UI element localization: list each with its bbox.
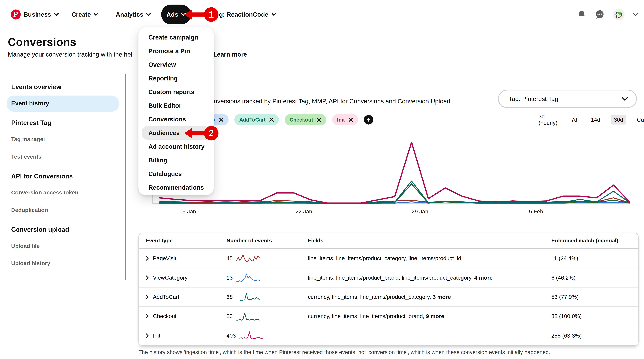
event-count-cell: 403 <box>226 331 308 340</box>
event-count-cell: 13 <box>226 273 308 283</box>
close-icon[interactable] <box>269 118 274 122</box>
ads-menu-item-bulk-editor[interactable]: Bulk Editor <box>142 99 210 112</box>
sidebar-item-tag-manager[interactable]: Tag manager <box>11 136 46 142</box>
notifications-bell-icon[interactable] <box>577 10 586 19</box>
event-chip-label: Checkout <box>290 117 313 123</box>
expand-row-chevron-icon[interactable] <box>146 275 149 280</box>
event-count-cell: 45 <box>226 253 308 263</box>
close-icon[interactable] <box>348 118 353 122</box>
sidebar-item-deduplication[interactable]: Deduplication <box>11 207 48 213</box>
expand-row-chevron-icon[interactable] <box>146 313 149 319</box>
ads-menu-item-recommendations[interactable]: Recommendations <box>142 181 210 194</box>
range-14d[interactable]: 14d <box>588 115 603 125</box>
close-icon[interactable] <box>219 118 224 122</box>
close-icon[interactable] <box>317 118 321 122</box>
pinterest-logo-icon[interactable]: P <box>11 10 21 19</box>
fields-cell: line_items, line_items/product_category,… <box>308 255 551 261</box>
enhanced-match-cell: 33 (100.0%) <box>552 313 638 319</box>
event-count-cell: 68 <box>226 292 308 302</box>
ads-menu-item-ad-account-history[interactable]: Ad account history <box>142 140 210 153</box>
event-type-label: PageVisit <box>153 255 176 261</box>
table-row-addtocart: AddToCart68currency, line_items, line_it… <box>139 287 638 307</box>
ads-menu-item-custom-reports[interactable]: Custom reports <box>142 85 210 99</box>
range-3d-hourly-[interactable]: 3d (hourly) <box>536 112 560 128</box>
fields-text: currency, line_items, line_items/product… <box>308 313 426 319</box>
event-count: 68 <box>226 294 233 300</box>
col-event-type: Event type <box>146 238 226 244</box>
event-sparkline <box>236 253 260 263</box>
nav-item-create[interactable]: Create <box>72 0 98 29</box>
chevron-down-icon <box>54 13 58 16</box>
event-type-cell: Checkout <box>146 313 226 319</box>
sidebar-item-events-overview[interactable]: Events overview <box>11 83 61 91</box>
page-title: Conversions <box>8 36 76 49</box>
chart-line-init <box>159 142 630 203</box>
nav-item-business[interactable]: Business <box>24 0 58 29</box>
x-axis-tick-label: 29 Jan <box>412 208 428 215</box>
enhanced-match-cell: 53 (77.9%) <box>552 294 638 300</box>
table-row-pagevisit: PageVisit45line_items, line_items/produc… <box>139 249 638 268</box>
expand-row-chevron-icon[interactable] <box>146 333 149 338</box>
avatar[interactable]: { } tion <box>613 9 624 20</box>
chevron-down-icon <box>146 13 151 16</box>
sidebar-item-upload-history[interactable]: Upload history <box>11 260 50 266</box>
sidebar-item-test-events[interactable]: Test events <box>11 154 42 160</box>
range-7d[interactable]: 7d <box>568 115 580 125</box>
event-type-cell: AddToCart <box>146 294 226 300</box>
nav-item-analytics[interactable]: Analytics <box>116 0 151 29</box>
chevron-down-icon[interactable] <box>633 13 638 16</box>
event-type-cell: PageVisit <box>146 255 226 261</box>
table-row-viewcategory: ViewCategory13line_items, line_items/pro… <box>139 268 638 287</box>
ads-menu-item-audiences[interactable]: Audiences <box>142 126 210 140</box>
expand-row-chevron-icon[interactable] <box>146 256 149 261</box>
event-chip-addtocart[interactable]: AddToCart <box>234 114 279 125</box>
page-subtitle: Manage your conversion tracking with the… <box>8 51 132 58</box>
event-count-cell: 33 <box>226 311 308 321</box>
ads-menu-item-billing[interactable]: Billing <box>142 153 210 167</box>
tag-filter-select[interactable]: Tag: Pinterest Tag <box>498 90 637 108</box>
date-range-selector: 3d (hourly)7d14d30dCustom <box>536 114 644 125</box>
nav-right-icons: { } tion <box>577 0 638 29</box>
fields-text: currency, line_items, line_items/product… <box>308 294 432 300</box>
nav-item-label: Analytics <box>116 11 143 18</box>
ads-menu-item-conversions[interactable]: Conversions <box>142 112 210 126</box>
messages-icon[interactable] <box>595 10 605 19</box>
fields-more-count: 4 more <box>474 274 492 281</box>
table-row-checkout: Checkout33currency, line_items, line_ite… <box>139 307 638 326</box>
x-axis-tick-label: 22 Jan <box>296 208 312 215</box>
col-fields: Fields <box>308 238 551 244</box>
enhanced-match-cell: 6 (46.2%) <box>552 274 638 281</box>
table-row-init: Init403255 (63.3%) <box>139 326 638 345</box>
col-number-of-events: Number of events <box>226 238 308 244</box>
event-count: 403 <box>226 332 236 339</box>
ads-menu-item-reporting[interactable]: Reporting <box>142 72 210 85</box>
event-chip-init[interactable]: Init <box>332 114 358 125</box>
event-sparkline <box>236 273 260 283</box>
tag-filter-value: Tag: Pinterest Tag <box>509 95 558 102</box>
account-switcher[interactable]: g: ReactionCode <box>219 0 276 29</box>
add-filter-button[interactable]: + <box>364 115 373 125</box>
event-chip-label: Init <box>337 117 345 123</box>
ads-menu-item-promote-a-pin[interactable]: Promote a Pin <box>142 44 210 58</box>
ads-menu-item-create-campaign[interactable]: Create campaign <box>142 31 210 44</box>
sidebar-item-conversion-access-token[interactable]: Conversion access token <box>11 189 78 196</box>
events-table-header: Event type Number of events Fields Enhan… <box>139 233 638 249</box>
learn-more-link[interactable]: Learn more <box>213 51 247 58</box>
sidebar-item-api-for-conversions[interactable]: API for Conversions <box>11 172 73 180</box>
sidebar-item-pinterest-tag[interactable]: Pinterest Tag <box>11 119 51 127</box>
sidebar-item-conversion-upload[interactable]: Conversion upload <box>11 226 69 233</box>
range-custom[interactable]: Custom <box>634 115 644 125</box>
fields-cell: currency, line_items, line_items/product… <box>308 313 551 319</box>
ads-menu-item-overview[interactable]: Overview <box>142 58 210 72</box>
ingestion-time-footnote: The history shows 'ingestion time', whic… <box>138 349 550 355</box>
expand-row-chevron-icon[interactable] <box>146 294 149 300</box>
enhanced-match-cell: 255 (63.3%) <box>552 332 638 339</box>
range-30d[interactable]: 30d <box>611 115 626 125</box>
event-count: 33 <box>226 313 233 319</box>
ads-dropdown-menu: Create campaignPromote a PinOverviewRepo… <box>138 27 214 195</box>
sidebar-item-event-history[interactable]: Event history <box>11 100 49 107</box>
nav-item-ads[interactable]: Ads <box>161 5 191 25</box>
sidebar-item-upload-file[interactable]: Upload file <box>11 243 40 249</box>
event-chip-checkout[interactable]: Checkout <box>284 114 326 125</box>
ads-menu-item-catalogues[interactable]: Catalogues <box>142 167 210 181</box>
